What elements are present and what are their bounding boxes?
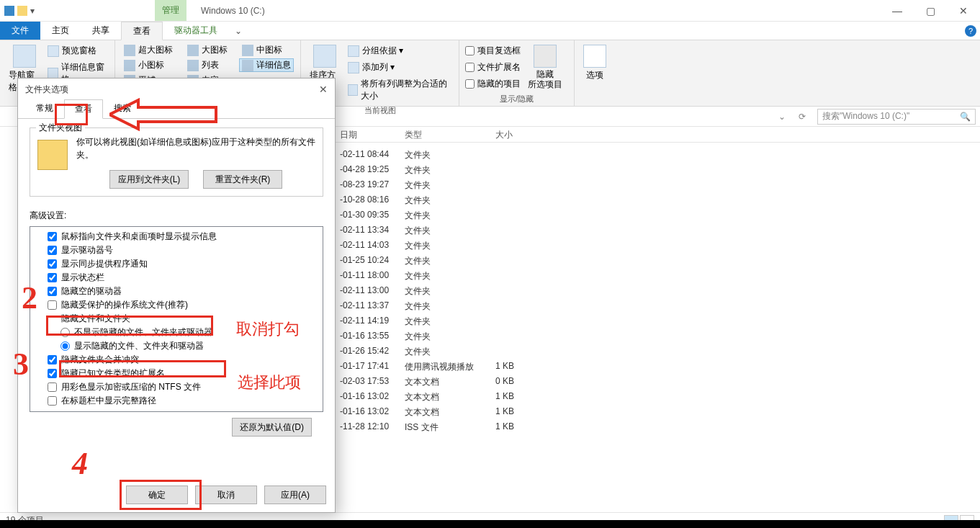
advanced-setting-item[interactable]: 显示驱动器号 <box>35 243 318 257</box>
cancel-button[interactable]: 取消 <box>195 486 257 504</box>
options-icon <box>583 45 606 68</box>
hidden-items-toggle[interactable]: 隐藏的项目 <box>465 76 521 91</box>
tab-share[interactable]: 共享 <box>81 22 121 40</box>
group-by-icon <box>348 45 359 57</box>
advanced-settings-list[interactable]: 鼠标指向文件夹和桌面项时显示提示信息显示驱动器号显示同步提供程序通知显示状态栏隐… <box>30 226 323 412</box>
advanced-setting-item[interactable]: 不显示隐藏的文件、文件夹或驱动器 <box>35 326 318 339</box>
file-row[interactable]: -02-03 17:53文本文档0 KB <box>336 374 980 389</box>
apply-to-folders-button[interactable]: 应用到文件夹(L) <box>109 170 189 189</box>
column-size[interactable]: 大小 <box>491 127 582 142</box>
tab-view[interactable]: 查看 <box>121 22 163 40</box>
window-title: Windows 10 (C:) <box>186 0 265 21</box>
item-checkboxes-toggle[interactable]: 项目复选框 <box>465 43 521 58</box>
hide-selected-button[interactable]: 隐藏 所选项目 <box>525 43 565 91</box>
file-row[interactable]: -08-23 19:27文件夹 <box>336 177 980 192</box>
file-row[interactable]: -02-11 13:34文件夹 <box>336 223 980 238</box>
file-row[interactable]: -01-30 09:35文件夹 <box>336 207 980 223</box>
advanced-setting-item[interactable]: 显示隐藏的文件、文件夹和驱动器 <box>35 339 318 353</box>
advanced-setting-item[interactable]: 隐藏已知文件类型的扩展名 <box>35 367 318 380</box>
advanced-setting-item[interactable]: 隐藏空的驱动器 <box>35 285 318 298</box>
window-titlebar: ▾ 管理 Windows 10 (C:) — ▢ ✕ <box>0 0 980 22</box>
help-button[interactable]: ? <box>961 22 980 40</box>
qat-dropdown-icon[interactable]: ▾ <box>30 6 35 16</box>
advanced-settings-label: 高级设置: <box>30 210 323 222</box>
file-row[interactable]: -02-11 13:37文件夹 <box>336 298 980 313</box>
app-icon <box>4 6 14 16</box>
ok-button[interactable]: 确定 <box>126 486 188 504</box>
refresh-button[interactable]: ⟳ <box>794 109 810 125</box>
close-button[interactable]: ✕ <box>947 0 980 21</box>
quick-access-toolbar: ▾ <box>0 0 40 21</box>
file-row[interactable]: -01-26 15:42文件夹 <box>336 344 980 359</box>
ribbon-collapse-icon[interactable]: ⌄ <box>229 22 248 40</box>
fit-columns-icon <box>348 84 358 96</box>
file-row[interactable]: -01-17 17:41使用腾讯视频播放1 KB <box>336 359 980 374</box>
preview-pane-icon <box>48 45 59 57</box>
nav-pane-icon <box>13 45 36 68</box>
layout-list[interactable]: 列表 <box>184 58 230 72</box>
add-columns-icon <box>348 62 359 73</box>
search-input[interactable]: 搜索"Windows 10 (C:)" 🔍 <box>817 109 976 125</box>
advanced-setting-item[interactable]: 显示状态栏 <box>35 271 318 285</box>
search-placeholder: 搜索"Windows 10 (C:)" <box>822 110 909 122</box>
file-row[interactable]: -04-28 19:25文件夹 <box>336 162 980 177</box>
column-type[interactable]: 类型 <box>400 127 491 142</box>
column-date[interactable]: 日期 <box>336 127 400 142</box>
advanced-setting-item[interactable]: 用彩色显示加密或压缩的 NTFS 文件 <box>35 380 318 394</box>
advanced-setting-item[interactable]: 显示同步提供程序通知 <box>35 257 318 271</box>
hide-selected-icon <box>534 45 557 68</box>
tab-home[interactable]: 主页 <box>40 22 81 40</box>
address-dropdown-icon[interactable]: ⌄ <box>774 109 790 125</box>
maximize-button[interactable]: ▢ <box>914 0 947 21</box>
layout-details[interactable]: 详细信息 <box>239 58 294 72</box>
options-button[interactable]: 选项 <box>580 43 609 83</box>
advanced-setting-item[interactable]: 隐藏文件夹合并冲突 <box>35 353 318 367</box>
dialog-tab-general[interactable]: 常规 <box>25 99 64 118</box>
file-row[interactable]: -11-28 12:10ISS 文件1 KB <box>336 419 980 434</box>
file-extensions-toggle[interactable]: 文件扩展名 <box>465 60 521 75</box>
advanced-setting-item[interactable]: 在标题栏中显示完整路径 <box>35 394 318 408</box>
file-list-header[interactable]: 日期 类型 大小 <box>336 127 980 143</box>
folder-icon <box>17 6 27 16</box>
minimize-button[interactable]: — <box>881 0 914 21</box>
file-row[interactable]: -02-11 13:00文件夹 <box>336 283 980 298</box>
advanced-setting-item[interactable]: 隐藏文件和文件夹 <box>35 312 318 326</box>
layout-xlarge[interactable]: 超大图标 <box>121 43 176 57</box>
file-row[interactable]: -02-11 08:44文件夹 <box>336 147 980 162</box>
advanced-setting-item[interactable]: 鼠标指向文件夹和桌面项时显示提示信息 <box>35 230 318 243</box>
file-row[interactable]: -10-28 08:16文件夹 <box>336 192 980 207</box>
help-icon: ? <box>965 25 976 37</box>
dialog-tab-view[interactable]: 查看 <box>64 99 103 119</box>
advanced-setting-item[interactable]: 隐藏受保护的操作系统文件(推荐) <box>35 298 318 312</box>
preview-pane-toggle[interactable]: 预览窗格 <box>48 43 109 58</box>
layout-large[interactable]: 大图标 <box>184 43 230 57</box>
reset-folders-button[interactable]: 重置文件夹(R) <box>203 170 282 189</box>
fit-columns-button[interactable]: 将所有列调整为合适的大小 <box>348 76 453 104</box>
group-by-button[interactable]: 分组依据 ▾ <box>348 43 453 58</box>
folder-options-dialog: 文件夹选项 ✕ 常规 查看 搜索 文件夹视图 你可以将此视图(如详细信息或图标)… <box>17 78 336 513</box>
layout-small[interactable]: 小图标 <box>121 58 176 72</box>
dialog-close-button[interactable]: ✕ <box>319 84 328 95</box>
file-row[interactable]: -01-16 13:02文本文档1 KB <box>336 404 980 419</box>
file-list[interactable]: -02-11 08:44文件夹-04-28 19:25文件夹-08-23 19:… <box>336 147 980 515</box>
add-columns-button[interactable]: 添加列 ▾ <box>348 60 453 75</box>
dialog-titlebar[interactable]: 文件夹选项 ✕ <box>18 79 335 100</box>
context-tab-manage[interactable]: 管理 <box>155 0 186 21</box>
tab-drive-tools[interactable]: 驱动器工具 <box>163 22 229 40</box>
file-row[interactable]: -01-25 10:24文件夹 <box>336 253 980 268</box>
dialog-tabs: 常规 查看 搜索 <box>18 100 335 119</box>
folder-view-group: 文件夹视图 你可以将此视图(如详细信息或图标)应用于这种类型的所有文件夹。 应用… <box>30 127 323 197</box>
restore-defaults-button[interactable]: 还原为默认值(D) <box>232 418 312 437</box>
dialog-tab-search[interactable]: 搜索 <box>103 99 142 118</box>
tab-file[interactable]: 文件 <box>0 22 40 40</box>
file-row[interactable]: -01-16 13:55文件夹 <box>336 328 980 344</box>
folder-view-description: 你可以将此视图(如详细信息或图标)应用于这种类型的所有文件夹。 <box>76 135 315 161</box>
dialog-footer: 确定 取消 应用(A) <box>18 478 335 512</box>
layout-medium[interactable]: 中图标 <box>239 43 294 57</box>
file-row[interactable]: -01-16 13:02文本文档1 KB <box>336 389 980 404</box>
file-row[interactable]: -02-11 14:19文件夹 <box>336 313 980 328</box>
file-row[interactable]: -01-11 18:00文件夹 <box>336 268 980 283</box>
file-row[interactable]: -02-11 14:03文件夹 <box>336 238 980 253</box>
ribbon-tabs: 文件 主页 共享 查看 驱动器工具 ⌄ ? <box>0 22 980 40</box>
apply-button[interactable]: 应用(A) <box>264 486 326 504</box>
